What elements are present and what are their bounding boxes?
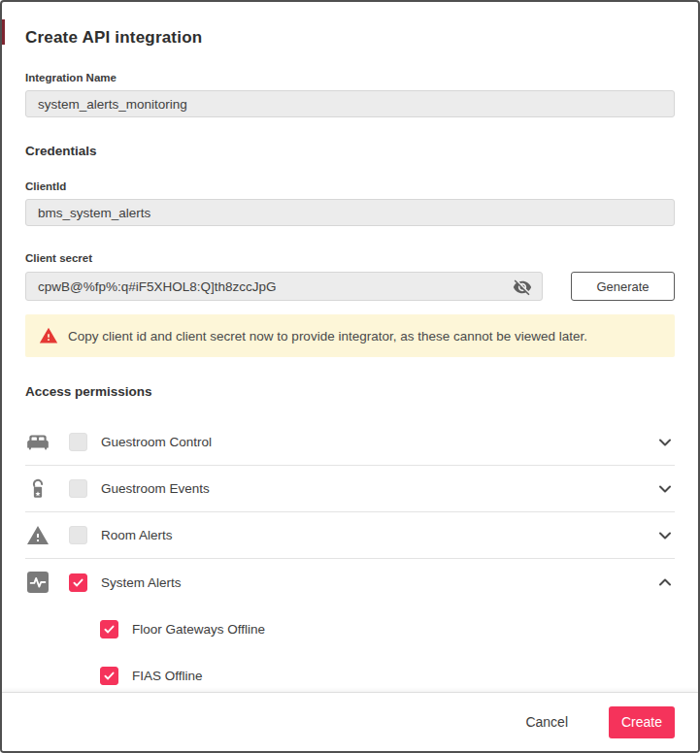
permission-row-guestroom-events: Guestroom Events [25,466,675,512]
bed-icon [25,430,50,455]
permission-label: Room Alerts [101,528,173,542]
dialog-footer: Cancel Create [2,692,698,751]
permission-label: Guestroom Control [101,435,212,449]
checkbox-guestroom-events[interactable] [69,479,87,498]
warning-text: Copy client id and client secret now to … [68,329,587,344]
checkbox-floor-gateways-offline[interactable] [100,620,118,638]
door-hanger-icon [25,477,50,501]
create-api-integration-dialog: Create API integration Integration Name … [2,28,698,699]
credentials-heading: Credentials [25,144,675,158]
permission-row-system-alerts: System Alerts [25,559,675,606]
client-secret-input[interactable] [25,272,543,301]
permission-label: Floor Gateways Offline [132,622,265,637]
checkbox-system-alerts[interactable] [69,573,87,592]
chevron-down-icon[interactable] [655,479,675,499]
client-id-label: ClientId [25,180,675,192]
dialog-title: Create API integration [25,28,675,48]
create-button[interactable]: Create [609,706,675,738]
chevron-down-icon[interactable] [655,526,675,545]
permission-label: FIAS Offline [132,669,203,683]
client-secret-label: Client secret [25,252,675,264]
permission-label: System Alerts [101,575,182,590]
permission-row-guestroom-control: Guestroom Control [25,419,675,466]
generate-button[interactable]: Generate [571,272,675,301]
integration-name-label: Integration Name [25,72,675,83]
checkbox-fias-offline[interactable] [100,667,118,685]
chevron-down-icon[interactable] [655,433,675,452]
access-permissions-heading: Access permissions [25,384,675,399]
permission-row-room-alerts: Room Alerts [25,512,675,559]
integration-name-input[interactable] [25,90,675,117]
warning-icon [39,326,58,345]
cancel-button[interactable]: Cancel [514,706,580,737]
warning-banner: Copy client id and client secret now to … [25,314,675,357]
warning-triangle-icon [25,524,50,547]
permission-label: Guestroom Events [101,481,210,496]
visibility-off-icon[interactable] [512,277,533,298]
chevron-up-icon[interactable] [655,573,675,592]
background-page-sliver [2,19,5,45]
checkbox-room-alerts[interactable] [69,526,87,544]
client-secret-field [25,272,543,301]
pulse-icon [25,572,50,593]
client-id-input[interactable] [25,199,675,226]
checkbox-guestroom-control[interactable] [69,433,87,451]
permission-child-floor-gateways-offline: Floor Gateways Offline [25,606,675,652]
permissions-list: Guestroom Control Guestroom Events [25,419,675,699]
